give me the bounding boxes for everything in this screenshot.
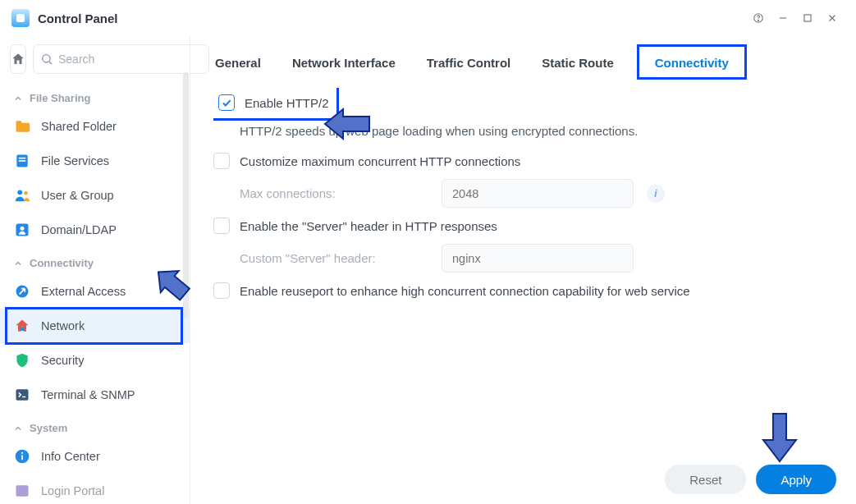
svg-point-12 — [24, 191, 28, 195]
sidebar-item-security[interactable]: Security — [0, 343, 190, 378]
sidebar-item-label: Network — [41, 319, 176, 332]
domain-icon — [13, 221, 31, 239]
sidebar-item-terminal-snmp[interactable]: Terminal & SNMP — [0, 378, 190, 412]
sidebar-item-info-center[interactable]: Info Center — [0, 439, 190, 474]
folder-icon — [13, 117, 31, 135]
svg-point-14 — [21, 227, 25, 231]
sidebar-item-domain-ldap[interactable]: Domain/LDAP — [0, 213, 190, 247]
sidebar-item-label: Domain/LDAP — [41, 223, 176, 236]
home-button[interactable] — [10, 44, 26, 74]
tab-general[interactable]: General — [213, 53, 263, 73]
sidebar-item-label: Shared Folder — [41, 120, 176, 133]
group-system[interactable]: System — [0, 412, 190, 439]
svg-rect-17 — [16, 389, 29, 400]
sidebar-item-login-portal[interactable]: Login Portal — [0, 474, 190, 504]
users-icon — [13, 186, 31, 204]
help-button[interactable] — [746, 7, 771, 30]
tabs: General Network Interface Traffic Contro… — [213, 36, 836, 88]
chevron-up-icon — [13, 259, 23, 268]
window-title: Control Panel — [38, 11, 118, 25]
checkbox-customize-max[interactable] — [213, 153, 230, 169]
group-label: Connectivity — [30, 257, 94, 269]
scrollbar[interactable] — [183, 72, 189, 318]
chevron-up-icon — [13, 424, 23, 433]
checkbox-enable-http2[interactable] — [218, 94, 235, 111]
svg-rect-10 — [19, 160, 25, 162]
tab-connectivity[interactable]: Connectivity — [643, 53, 740, 73]
checkbox-label: Customize maximum concurrent HTTP connec… — [240, 154, 520, 168]
svg-rect-19 — [21, 455, 23, 460]
custom-server-label: Custom "Server" header: — [240, 251, 428, 265]
close-button[interactable] — [820, 7, 845, 30]
sidebar-item-shared-folder[interactable]: Shared Folder — [0, 109, 190, 144]
max-connections-label: Max connections: — [240, 186, 428, 200]
apply-button[interactable]: Apply — [756, 465, 836, 494]
checkbox-reuseport[interactable] — [213, 282, 230, 299]
max-connections-input — [442, 179, 634, 208]
sidebar-item-network[interactable]: Network — [0, 309, 190, 343]
sidebar-item-user-group[interactable]: User & Group — [0, 178, 190, 213]
minimize-button[interactable] — [771, 7, 795, 30]
tab-label: Connectivity — [655, 56, 729, 70]
reset-button[interactable]: Reset — [665, 465, 746, 494]
search-input[interactable] — [58, 53, 202, 66]
svg-rect-3 — [804, 15, 811, 21]
sidebar-item-label: Security — [41, 354, 176, 367]
sidebar-item-label: Login Portal — [41, 484, 176, 497]
checkbox-server-header[interactable] — [213, 218, 230, 234]
sidebar-item-label: User & Group — [41, 189, 176, 202]
sidebar-item-external-access[interactable]: External Access — [0, 274, 190, 309]
shield-icon — [13, 351, 31, 369]
tab-network-interface[interactable]: Network Interface — [291, 53, 397, 73]
sidebar: File Sharing Shared Folder File Services… — [0, 36, 190, 504]
svg-point-20 — [21, 452, 23, 454]
sidebar-item-label: Info Center — [41, 450, 176, 463]
custom-server-input — [442, 244, 634, 273]
external-access-icon — [13, 282, 31, 300]
group-connectivity[interactable]: Connectivity — [0, 247, 190, 274]
login-portal-icon — [13, 482, 31, 500]
checkbox-label: Enable the "Server" header in HTTP respo… — [240, 219, 497, 233]
group-label: File Sharing — [30, 92, 90, 104]
sidebar-item-label: External Access — [41, 285, 176, 298]
svg-rect-16 — [21, 328, 25, 331]
maximize-button[interactable] — [795, 7, 820, 30]
sidebar-item-label: File Services — [41, 154, 176, 167]
chevron-up-icon — [13, 94, 23, 103]
svg-point-1 — [758, 20, 759, 21]
search-box[interactable] — [33, 44, 209, 74]
group-file-sharing[interactable]: File Sharing — [0, 82, 190, 109]
app-icon — [11, 9, 30, 27]
svg-rect-9 — [19, 158, 25, 159]
checkbox-label: Enable reuseport to enhance high concurr… — [240, 284, 690, 298]
checkbox-label: Enable HTTP/2 — [245, 96, 329, 110]
svg-point-11 — [17, 190, 22, 195]
search-icon — [40, 53, 53, 66]
info-icon — [13, 447, 31, 465]
main-panel: General Network Interface Traffic Contro… — [190, 36, 856, 504]
sidebar-item-label: Terminal & SNMP — [41, 388, 176, 401]
tab-traffic-control[interactable]: Traffic Control — [425, 53, 513, 73]
tab-static-route[interactable]: Static Route — [540, 53, 616, 73]
network-icon — [13, 317, 31, 335]
http2-description: HTTP/2 speeds up web page loading when u… — [240, 124, 831, 138]
svg-rect-21 — [16, 485, 29, 496]
svg-line-7 — [49, 62, 52, 64]
group-label: System — [30, 422, 67, 434]
sidebar-item-file-services[interactable]: File Services — [0, 144, 190, 178]
file-services-icon — [13, 152, 31, 170]
svg-point-6 — [43, 55, 50, 62]
terminal-icon — [13, 386, 31, 404]
info-icon[interactable]: i — [647, 185, 665, 203]
